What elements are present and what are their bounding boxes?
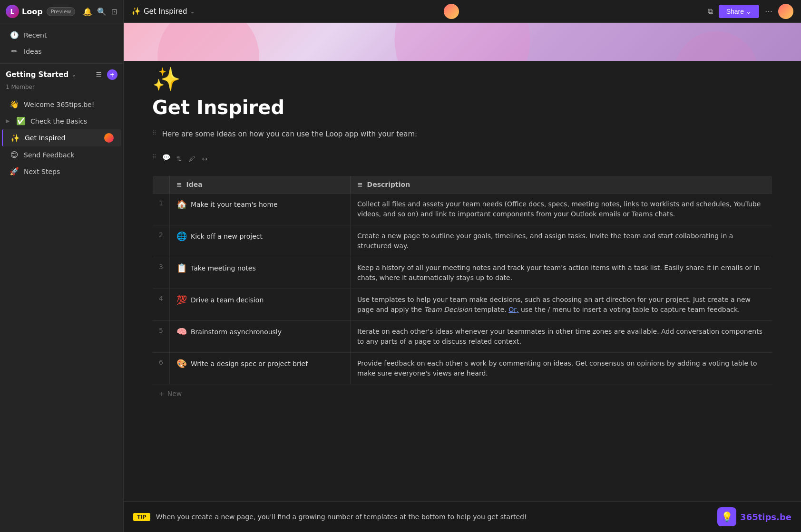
workspace-title[interactable]: Getting Started ⌄ xyxy=(6,70,76,79)
workspace-actions: ☰ + xyxy=(93,69,117,80)
topbar-spark-icon: ✨ xyxy=(131,7,141,16)
table-row: 3📋 Take meeting notesKeep a history of a… xyxy=(153,257,772,289)
sidebar-pages: 👋 Welcome 365tips.be! ▶ ✅ Check the Basi… xyxy=(0,94,123,532)
idea-cell-0[interactable]: 🏠 Make it your team's home xyxy=(170,193,351,225)
page-content: ✨ Get Inspired ⠿ Here are some ideas on … xyxy=(124,23,801,532)
page-inner: ✨ Get Inspired ⠿ Here are some ideas on … xyxy=(124,61,801,431)
copy-icon[interactable]: ⧉ xyxy=(708,7,713,16)
topbar-chevron-icon: ⌄ xyxy=(190,8,195,15)
tip-brand-icon: 💡 xyxy=(717,507,736,526)
topbar-title: ✨ Get Inspired ⌄ xyxy=(131,7,195,16)
share-button-label: Share xyxy=(726,8,744,15)
sidebar-page-next-steps[interactable]: 🚀 Next Steps xyxy=(2,163,121,180)
app-name: Loop xyxy=(22,7,43,16)
new-row-label: New xyxy=(167,390,182,397)
page-get-inspired-avatar xyxy=(104,133,114,143)
welcome-emoji: 👋 xyxy=(10,100,19,109)
share-button[interactable]: Share ⌄ xyxy=(719,5,759,18)
idea-name-3: 💯 Drive a team decision xyxy=(176,295,343,305)
sidebar-page-get-inspired[interactable]: ✨ Get Inspired xyxy=(2,129,121,146)
topbar: ✨ Get Inspired ⌄ ⧉ Share ⌄ ⋯ xyxy=(124,0,801,23)
page-next-steps-label: Next Steps xyxy=(24,168,114,175)
recent-icon: 🕐 xyxy=(10,31,19,39)
idea-cell-4[interactable]: 🧠 Brainstorm asynchronously xyxy=(170,321,351,353)
search-icon[interactable]: 🔍 xyxy=(97,7,107,16)
page-get-inspired-label: Get Inspired xyxy=(25,134,99,142)
idea-name-4: 🧠 Brainstorm asynchronously xyxy=(176,327,343,337)
table-header-idea: ≡ Idea xyxy=(170,176,351,193)
desc-cell-3: Use templates to help your team make dec… xyxy=(351,289,772,321)
idea-name-5: 🎨 Write a design spec or project brief xyxy=(176,358,343,368)
expand-icon[interactable]: ↔ xyxy=(200,154,210,164)
page-send-feedback-label: Send Feedback xyxy=(24,151,114,159)
sidebar-page-send-feedback[interactable]: 😊 Send Feedback xyxy=(2,146,121,163)
desc-cell-1: Create a new page to outline your goals,… xyxy=(351,225,772,257)
page-check-basics-label: Check the Basics xyxy=(30,117,114,125)
sort-icon[interactable]: ⇅ xyxy=(174,154,185,164)
notification-icon[interactable]: 🔔 xyxy=(83,7,92,16)
check-basics-expand-icon: ▶ xyxy=(6,118,11,124)
sidebar-header: L Loop Preview 🔔 🔍 ⊡ xyxy=(0,0,123,23)
idea-cell-3[interactable]: 💯 Drive a team decision xyxy=(170,289,351,321)
topbar-profile-avatar[interactable] xyxy=(778,4,793,19)
topbar-user-avatar xyxy=(444,4,459,19)
row-num-4: 4 xyxy=(153,289,170,321)
more-options-icon[interactable]: ⋯ xyxy=(765,7,772,16)
table-row: 4💯 Drive a team decisionUse templates to… xyxy=(153,289,772,321)
idea-emoji-5: 🎨 xyxy=(176,358,187,368)
next-steps-emoji: 🚀 xyxy=(10,167,19,176)
idea-cell-2[interactable]: 📋 Take meeting notes xyxy=(170,257,351,289)
idea-emoji-0: 🏠 xyxy=(176,199,187,209)
share-chevron-icon: ⌄ xyxy=(746,8,752,15)
ideas-table: ≡ Idea ≡ Description 1🏠 Make it your tea… xyxy=(152,175,772,385)
idea-cell-1[interactable]: 🌐 Kick off a new project xyxy=(170,225,351,257)
desc-col-label: Description xyxy=(367,181,410,188)
sidebar-page-check-basics[interactable]: ▶ ✅ Check the Basics xyxy=(2,113,121,129)
tip-badge: TIP xyxy=(133,513,150,521)
sidebar-item-ideas-label: Ideas xyxy=(24,48,42,55)
idea-cell-5[interactable]: 🎨 Write a design spec or project brief xyxy=(170,353,351,385)
workspace-menu-icon[interactable]: ☰ xyxy=(93,70,104,79)
row-num-6: 6 xyxy=(153,353,170,385)
preview-badge: Preview xyxy=(47,7,76,16)
workspace-name: Getting Started xyxy=(6,70,68,79)
idea-name-1: 🌐 Kick off a new project xyxy=(176,231,343,241)
page-title: Get Inspired xyxy=(152,97,772,118)
drag-handle-icon: ⠿ xyxy=(152,130,156,136)
comment-drag-icon: ⠿ xyxy=(152,154,156,160)
member-count: 1 Member xyxy=(0,84,123,94)
sidebar-nav: 🕐 Recent ✏️ Ideas xyxy=(0,23,123,64)
get-inspired-emoji: ✨ xyxy=(10,134,20,143)
sidebar-page-welcome[interactable]: 👋 Welcome 365tips.be! xyxy=(2,96,121,113)
layout-icon[interactable]: ⊡ xyxy=(111,7,117,16)
table-row: 6🎨 Write a design spec or project briefP… xyxy=(153,353,772,385)
tip-brand-logo: 💡 365tips.be xyxy=(717,507,791,526)
comment-icon[interactable]: 💬 xyxy=(162,154,170,161)
idea-name-2: 📋 Take meeting notes xyxy=(176,263,343,273)
row-num-1: 1 xyxy=(153,193,170,225)
check-basics-emoji: ✅ xyxy=(16,116,26,126)
page-spark-display: ✨ xyxy=(152,66,772,93)
row-num-2: 2 xyxy=(153,225,170,257)
send-feedback-emoji: 😊 xyxy=(10,150,19,159)
table-row: 2🌐 Kick off a new projectCreate a new pa… xyxy=(153,225,772,257)
topbar-title-text: Get Inspired xyxy=(144,7,187,16)
workspace-chevron-icon: ⌄ xyxy=(71,71,76,78)
sidebar-item-ideas[interactable]: ✏️ Ideas xyxy=(2,43,121,59)
idea-col-label: Idea xyxy=(186,181,203,188)
new-row-button[interactable]: + New xyxy=(152,385,772,402)
add-page-button[interactable]: + xyxy=(107,69,117,80)
plus-icon: + xyxy=(159,390,165,397)
idea-emoji-3: 💯 xyxy=(176,295,187,305)
row-num-3: 3 xyxy=(153,257,170,289)
table-row: 1🏠 Make it your team's homeCollect all f… xyxy=(153,193,772,225)
table-header-num xyxy=(153,176,170,193)
main-content: ✨ Get Inspired ⌄ ⧉ Share ⌄ ⋯ ✨ Get Inspi… xyxy=(124,0,801,532)
page-welcome-label: Welcome 365tips.be! xyxy=(24,101,114,108)
sidebar-item-recent[interactable]: 🕐 Recent xyxy=(2,27,121,43)
loop-logo-icon: L xyxy=(6,5,19,18)
filter-icon[interactable]: 🖊 xyxy=(186,154,198,164)
workspace-header: Getting Started ⌄ ☰ + xyxy=(0,64,123,84)
desc-cell-0: Collect all files and assets your team n… xyxy=(351,193,772,225)
page-banner-inner xyxy=(124,23,801,61)
